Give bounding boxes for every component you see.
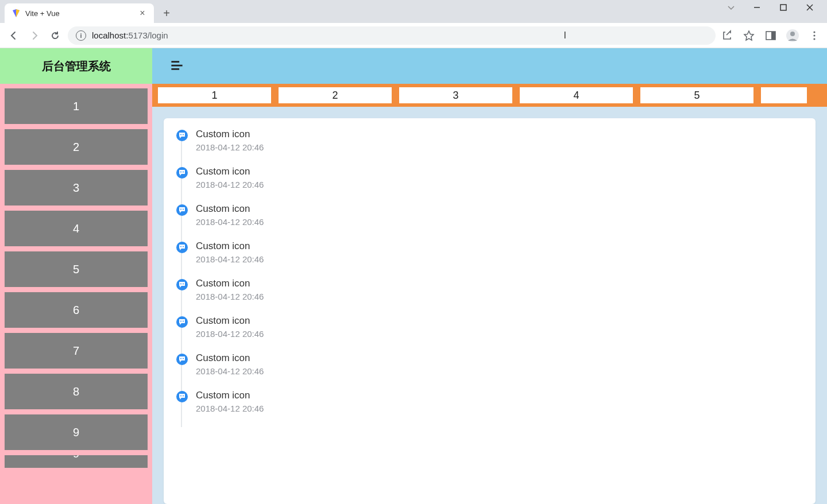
sidebar-item-label: 9: [73, 455, 79, 460]
sidebar-item[interactable]: 9: [5, 414, 148, 450]
content-tab-label: 2: [332, 90, 338, 102]
content-area: Custom icon 2018-04-12 20:46 Custom icon…: [152, 107, 827, 504]
content-tab-label: 1: [211, 90, 217, 102]
timeline-item-title: Custom icon: [196, 166, 804, 177]
svg-point-7: [790, 32, 795, 36]
svg-point-18: [183, 246, 184, 247]
timeline-item: Custom icon 2018-04-12 20:46: [184, 166, 804, 203]
sidebar-item[interactable]: 7: [5, 333, 148, 369]
window-dropdown-icon[interactable]: [727, 3, 743, 11]
nav-forward-button[interactable]: [26, 28, 42, 44]
timeline-item-title: Custom icon: [196, 390, 804, 401]
browser-tab-strip: Vite + Vue × +: [0, 0, 827, 23]
content-tab-label: 5: [694, 90, 700, 102]
content-tab[interactable]: 1: [158, 87, 271, 103]
nav-reload-button[interactable]: [47, 28, 63, 44]
svg-point-9: [813, 34, 815, 36]
chat-bubble-icon: [176, 242, 188, 253]
svg-point-15: [180, 209, 181, 210]
nav-back-button[interactable]: [6, 28, 22, 44]
bookmark-star-icon[interactable]: [742, 29, 756, 42]
timeline-item-title: Custom icon: [196, 129, 804, 140]
timeline-item-title: Custom icon: [196, 203, 804, 215]
sidebar-item[interactable]: 2: [5, 129, 148, 165]
svg-rect-5: [771, 32, 775, 40]
sidebar-item[interactable]: 9: [5, 455, 148, 468]
timeline-item: Custom icon 2018-04-12 20:46: [184, 390, 804, 427]
sidebar-item[interactable]: 5: [5, 251, 148, 287]
sidebar-item-label: 4: [73, 222, 79, 235]
chat-bubble-icon: [176, 130, 188, 141]
svg-point-10: [813, 38, 815, 40]
more-menu-icon[interactable]: [807, 29, 821, 42]
timeline-item-title: Custom icon: [196, 278, 804, 289]
content-tab[interactable]: 5: [640, 87, 753, 103]
svg-point-23: [180, 358, 181, 359]
chat-bubble-icon: [176, 279, 188, 290]
chat-bubble-icon: [176, 316, 188, 328]
timeline: Custom icon 2018-04-12 20:46 Custom icon…: [175, 129, 804, 427]
timeline-item-time: 2018-04-12 20:46: [196, 217, 804, 227]
close-tab-icon[interactable]: ×: [138, 9, 147, 18]
menu-collapse-ic-[interactable]: [171, 59, 184, 73]
content-tab-label: 4: [573, 90, 579, 102]
sidebar-item[interactable]: 6: [5, 292, 148, 328]
timeline-item-time: 2018-04-12 20:46: [196, 180, 804, 189]
timeline-item-title: Custom icon: [196, 352, 804, 364]
sidebar-title: 后台管理系统: [0, 48, 152, 84]
timeline-item-title: Custom icon: [196, 315, 804, 327]
timeline-item: Custom icon 2018-04-12 20:46: [184, 315, 804, 352]
content-tab[interactable]: 3: [399, 87, 512, 103]
sidebar-item[interactable]: 8: [5, 374, 148, 409]
url-text: localhost:5173/login: [92, 30, 168, 40]
share-icon[interactable]: [720, 29, 734, 42]
top-bar: [152, 48, 827, 84]
content-tab[interactable]: [761, 87, 807, 103]
svg-point-20: [183, 284, 184, 285]
address-bar[interactable]: i localhost:5173/login I: [68, 26, 716, 45]
vite-favicon-icon: [11, 9, 21, 18]
side-panel-icon[interactable]: [764, 29, 778, 42]
content-tab-label: 3: [453, 90, 458, 102]
window-close-icon[interactable]: [806, 4, 822, 11]
timeline-item-time: 2018-04-12 20:46: [196, 329, 804, 339]
timeline-item-time: 2018-04-12 20:46: [196, 254, 804, 264]
timeline-card: Custom icon 2018-04-12 20:46 Custom icon…: [164, 118, 816, 504]
sidebar-item-label: 9: [73, 426, 79, 439]
browser-toolbar: i localhost:5173/login I: [0, 23, 827, 48]
content-tabs-row: 1 2 3 4 5: [152, 84, 827, 107]
svg-point-19: [180, 284, 181, 285]
content-tab[interactable]: 2: [279, 87, 392, 103]
timeline-item: Custom icon 2018-04-12 20:46: [184, 241, 804, 278]
svg-point-24: [183, 358, 184, 359]
window-maximize-icon[interactable]: [780, 4, 796, 11]
sidebar-item[interactable]: 4: [5, 211, 148, 246]
sidebar-item-label: 6: [73, 304, 79, 317]
svg-point-12: [183, 134, 184, 135]
sidebar: 后台管理系统 1 2 3 4 5 6 7 8 9 9: [0, 48, 152, 504]
sidebar-item-label: 3: [73, 181, 79, 195]
svg-point-13: [180, 172, 181, 173]
svg-point-14: [183, 172, 184, 173]
main-area: 1 2 3 4 5 Custom icon 2018-04-12 20:46: [152, 48, 827, 504]
new-tab-button[interactable]: +: [159, 5, 175, 21]
svg-point-11: [180, 134, 181, 135]
svg-point-22: [183, 321, 184, 322]
svg-point-16: [183, 209, 184, 210]
svg-point-21: [180, 321, 181, 322]
sidebar-item[interactable]: 3: [5, 170, 148, 206]
sidebar-item-label: 7: [73, 344, 79, 358]
timeline-item: Custom icon 2018-04-12 20:46: [184, 352, 804, 390]
sidebar-item[interactable]: 1: [5, 88, 148, 124]
timeline-item-time: 2018-04-12 20:46: [196, 292, 804, 301]
timeline-item: Custom icon 2018-04-12 20:46: [184, 129, 804, 166]
browser-tab-title: Vite + Vue: [25, 9, 133, 18]
browser-tab[interactable]: Vite + Vue ×: [5, 3, 154, 23]
content-tab[interactable]: 4: [520, 87, 633, 103]
site-info-icon[interactable]: i: [76, 30, 86, 41]
timeline-item: Custom icon 2018-04-12 20:46: [184, 203, 804, 241]
profile-avatar-icon[interactable]: [786, 29, 799, 42]
svg-rect-1: [780, 5, 786, 10]
window-minimize-icon[interactable]: [753, 4, 770, 11]
svg-point-17: [180, 246, 181, 247]
